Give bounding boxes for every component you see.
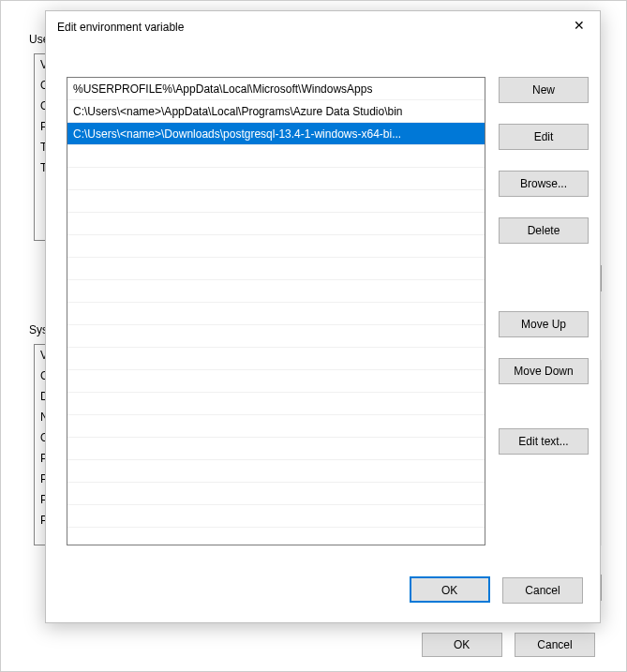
dialog-side-buttons: New Edit Browse... Delete Move Up Move D…: [499, 77, 589, 475]
path-entry-empty[interactable]: [67, 168, 485, 190]
path-entry-empty[interactable]: [67, 280, 485, 303]
path-entry-empty[interactable]: [67, 460, 485, 483]
dialog-body: %USERPROFILE%\AppData\Local\Microsoft\Wi…: [57, 66, 589, 560]
path-entry-empty[interactable]: [67, 145, 485, 168]
path-entry[interactable]: %USERPROFILE%\AppData\Local\Microsoft\Wi…: [67, 78, 485, 100]
path-entry-empty[interactable]: [67, 483, 485, 505]
path-list[interactable]: %USERPROFILE%\AppData\Local\Microsoft\Wi…: [67, 77, 485, 545]
dialog-title: Edit environment variable: [57, 21, 184, 34]
path-entry-empty[interactable]: [67, 303, 485, 325]
env-ok-button[interactable]: OK: [422, 633, 502, 657]
path-entry-empty[interactable]: [67, 505, 485, 528]
path-entry-empty[interactable]: [67, 325, 485, 348]
path-entry-empty[interactable]: [67, 393, 485, 415]
path-entry[interactable]: C:\Users\<name>\AppData\Local\Programs\A…: [67, 100, 485, 123]
browse-button[interactable]: Browse...: [499, 171, 589, 197]
path-entry[interactable]: C:\Users\<name>\Downloads\postgresql-13.…: [67, 123, 485, 145]
new-button[interactable]: New: [499, 77, 589, 103]
delete-button[interactable]: Delete: [499, 217, 589, 244]
path-entry-empty[interactable]: [67, 348, 485, 370]
dialog-footer: OK Cancel: [400, 576, 583, 604]
move-down-button[interactable]: Move Down: [499, 358, 589, 384]
close-icon[interactable]: ✕: [558, 11, 600, 41]
ok-button[interactable]: OK: [410, 576, 490, 603]
path-entry-empty[interactable]: [67, 190, 485, 213]
cancel-button[interactable]: Cancel: [502, 577, 583, 604]
path-entry-empty[interactable]: [67, 438, 485, 460]
edit-env-var-dialog: Edit environment variable ✕ %USERPROFILE…: [45, 10, 601, 623]
path-entry-empty[interactable]: [67, 235, 485, 258]
path-entry-empty[interactable]: [67, 370, 485, 393]
path-entry-empty[interactable]: [67, 415, 485, 438]
env-cancel-button[interactable]: Cancel: [515, 633, 595, 657]
dialog-titlebar[interactable]: Edit environment variable ✕: [46, 11, 600, 47]
edit-text-button[interactable]: Edit text...: [499, 428, 589, 455]
path-entry-empty[interactable]: [67, 258, 485, 280]
move-up-button[interactable]: Move Up: [499, 311, 589, 337]
edit-button[interactable]: Edit: [499, 124, 589, 150]
env-vars-footer: OK Cancel: [412, 633, 595, 657]
path-entry-empty[interactable]: [67, 213, 485, 235]
